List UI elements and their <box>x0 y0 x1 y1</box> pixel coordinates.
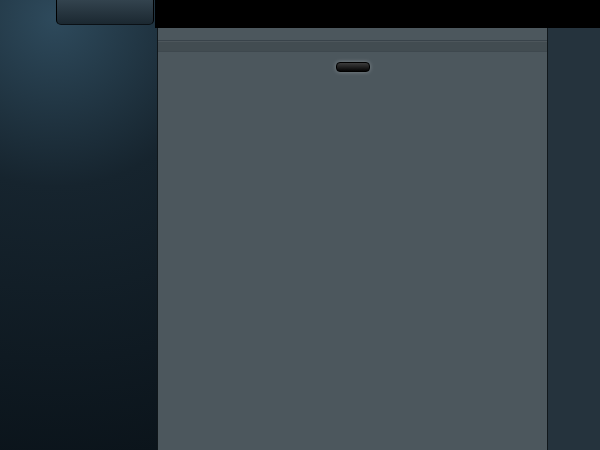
page-title <box>158 28 547 41</box>
apply-button[interactable] <box>336 62 370 72</box>
sidebar <box>56 0 154 450</box>
tab-bar <box>155 0 600 28</box>
main-panel <box>158 28 547 450</box>
apply-row <box>158 62 547 72</box>
page-description <box>158 41 547 52</box>
